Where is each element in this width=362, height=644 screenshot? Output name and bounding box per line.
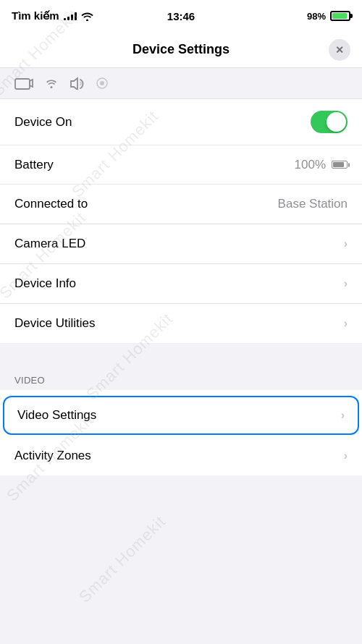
- base-station-text: Base Station: [278, 197, 348, 211]
- video-section-header: VIDEO: [0, 369, 362, 390]
- device-utilities-row[interactable]: Device Utilities ›: [0, 304, 362, 343]
- video-settings-chevron-icon: ›: [341, 409, 345, 422]
- svg-marker-1: [30, 80, 33, 87]
- video-settings-section: Video Settings › Activity Zones ›: [0, 390, 362, 475]
- activity-zones-label: Activity Zones: [14, 449, 91, 463]
- activity-zones-chevron-icon: ›: [344, 449, 348, 462]
- modal-header: Device Settings ✕: [0, 32, 362, 68]
- mic-icon: [96, 77, 109, 90]
- activity-zones-row[interactable]: Activity Zones ›: [0, 436, 362, 475]
- device-on-label: Device On: [14, 115, 72, 130]
- camera-led-row[interactable]: Camera LED ›: [0, 224, 362, 263]
- video-settings-row[interactable]: Video Settings ›: [3, 396, 359, 435]
- carrier-text: Tìm kiếm: [12, 9, 59, 22]
- wifi-signal-icon: [43, 77, 59, 89]
- device-info-section: Device Info ›: [0, 264, 362, 303]
- battery-area: 98%: [307, 11, 350, 22]
- camera-led-label: Camera LED: [14, 237, 85, 251]
- device-info-row[interactable]: Device Info ›: [0, 264, 362, 303]
- battery-label: Battery: [14, 158, 54, 172]
- device-info-chevron-icon: ›: [344, 277, 348, 290]
- device-info-label: Device Info: [14, 276, 76, 291]
- main-settings-section: Device On Battery 100% Connected to Base…: [0, 99, 362, 224]
- signal-icon: [64, 12, 77, 20]
- camera-icon: [14, 77, 33, 90]
- battery-percentage: 98%: [307, 11, 326, 22]
- connected-to-row: Connected to Base Station: [0, 185, 362, 224]
- camera-led-chevron-icon: ›: [344, 237, 348, 250]
- svg-rect-0: [15, 79, 30, 89]
- battery-percent-text: 100%: [295, 158, 326, 172]
- battery-row: Battery 100%: [0, 145, 362, 185]
- device-on-toggle[interactable]: [311, 111, 348, 133]
- toggle-knob: [327, 112, 346, 132]
- camera-led-section: Camera LED ›: [0, 224, 362, 263]
- battery-inline-icon: [332, 161, 348, 169]
- battery-value: 100%: [295, 158, 348, 172]
- speaker-icon: [70, 77, 85, 90]
- close-button[interactable]: ✕: [329, 39, 350, 61]
- svg-point-3: [100, 81, 104, 85]
- device-utilities-chevron-icon: ›: [344, 317, 348, 330]
- battery-icon: [330, 11, 350, 21]
- carrier-label: Tìm kiếm: [12, 9, 93, 22]
- connected-to-label: Connected to: [14, 197, 88, 211]
- device-icons-row: [0, 68, 362, 99]
- status-bar: Tìm kiếm 13:46 98%: [0, 0, 362, 32]
- device-utilities-label: Device Utilities: [14, 316, 95, 331]
- video-settings-label: Video Settings: [17, 408, 96, 423]
- connected-to-value: Base Station: [278, 197, 348, 211]
- modal-title: Device Settings: [132, 42, 230, 57]
- wifi-icon: [81, 12, 93, 21]
- time-display: 13:46: [167, 10, 195, 22]
- device-on-row: Device On: [0, 99, 362, 145]
- section-gap-video: [0, 343, 362, 369]
- device-utilities-section: Device Utilities ›: [0, 304, 362, 343]
